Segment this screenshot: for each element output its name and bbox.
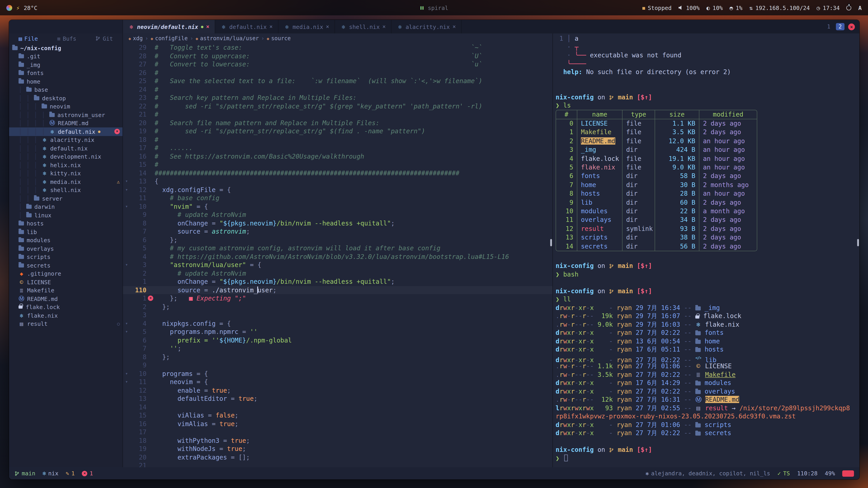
distro-logo-icon[interactable] <box>6 5 12 11</box>
buffer-tab-alacritty.nix[interactable]: ❄alacritty.nix× <box>392 20 462 33</box>
code-line[interactable]: 14######################################… <box>123 169 553 177</box>
tabpage-2[interactable]: 2 <box>836 23 844 30</box>
tree-item-astronvim_user[interactable]: ││││astronvim_user <box>9 111 123 119</box>
tree-item-.gitignore[interactable]: ◆.gitignore <box>9 269 123 278</box>
code-line[interactable]: 20# Search file name pattern and Replace… <box>123 119 553 127</box>
code-line[interactable]: 8 onChange = "${pkgs.neovim}/bin/nvim --… <box>123 219 553 227</box>
tree-item-media.nix[interactable]: │││❄media.nix⚠ <box>9 177 123 186</box>
code-line[interactable]: 18# <box>123 135 553 144</box>
media-pause-icon[interactable]: ❚❚ <box>420 5 424 10</box>
code-line[interactable]: 20 extraPackages = []; <box>123 453 553 461</box>
code-line[interactable]: 17 <box>123 428 553 436</box>
tree-item-development.nix[interactable]: │││❄development.nix <box>9 153 123 161</box>
code-line[interactable]: 23# Search key pattern and Replace in Mu… <box>123 94 553 102</box>
code-buffer[interactable]: 29# Toggle text's case: `~` 28# Convert … <box>123 43 553 467</box>
buffer-tab-shell.nix[interactable]: ❄shell.nix× <box>335 20 392 33</box>
code-line[interactable]: 2 # update AstroNvim <box>123 269 553 278</box>
service-status[interactable]: ■Stopped <box>643 4 672 11</box>
terminal-scrollbar-thumb[interactable] <box>857 239 859 246</box>
tree-item-shell.nix[interactable]: │││❄shell.nix <box>9 186 123 194</box>
code-line[interactable]: 9 # update AstroNvim <box>123 210 553 219</box>
tree-item-kitty.nix[interactable]: │││❄kitty.nix <box>9 169 123 177</box>
code-line[interactable]: 6 prefix = ''${HOME}/.npm-global <box>123 336 553 344</box>
code-line[interactable]: 18 withPython3 = true; <box>123 436 553 445</box>
volume-module[interactable]: 100% <box>678 4 700 11</box>
close-tab-icon[interactable]: × <box>453 24 456 30</box>
code-line[interactable]: 14 <box>123 403 553 411</box>
tree-item-modules[interactable]: modules <box>9 236 123 245</box>
code-line[interactable]: 3 <box>123 311 553 319</box>
code-line[interactable]: 15# <box>123 160 553 169</box>
breadcrumb-xdg[interactable]: ❖xdg <box>128 35 143 41</box>
close-window-icon[interactable]: × <box>848 23 855 30</box>
close-tab-icon[interactable]: × <box>270 24 273 30</box>
buffer-tab-neovim/default.nix[interactable]: ❄neovim/default.nix●× <box>123 20 215 33</box>
close-tab-icon[interactable]: × <box>206 24 209 30</box>
code-line[interactable]: ▾12 xdg.configFile = { <box>123 186 553 194</box>
buffer-tab-default.nix[interactable]: ❄default.nix× <box>215 20 278 33</box>
buffer-tab-media.nix[interactable]: ❄media.nix× <box>278 20 335 33</box>
tree-item-flake.lock[interactable]: flake.lock <box>9 303 123 311</box>
tree-item-home[interactable]: home <box>9 77 123 86</box>
code-line[interactable]: ▾4 nixpkgs.config = { <box>123 319 553 328</box>
keyboard-layout-indicator[interactable]: A <box>858 4 862 11</box>
code-line[interactable]: 22# sed -ri "s/pattern_str/replace_str/g… <box>123 102 553 110</box>
tree-item-alacritty.nix[interactable]: │││❄alacritty.nix <box>9 136 123 144</box>
breadcrumb-astronvim/lua/user[interactable]: ❖astronvim/lua/user <box>195 35 259 41</box>
code-line[interactable]: 25# Save the selected text to a file: `:… <box>123 77 553 85</box>
code-line[interactable]: ▾3 "astronvim/lua/user" = { <box>123 261 553 269</box>
tree-item-scripts[interactable]: scripts <box>9 253 123 261</box>
tree-item-README.md[interactable]: ⓂREADME.md <box>9 295 123 303</box>
breadcrumb-configFile[interactable]: ❖configFile <box>151 35 188 41</box>
terminal-pane[interactable]: 1 │ a · ┬ · ╰── executable was not found… <box>553 33 860 467</box>
code-line[interactable]: 11 # base config <box>123 194 553 202</box>
tree-item-helix.nix[interactable]: │││❄helix.nix <box>9 161 123 169</box>
breadcrumb-source[interactable]: ❖source <box>267 35 291 41</box>
code-line[interactable]: 9 <box>123 361 553 369</box>
code-line[interactable]: 1 onChange = "${pkgs.neovim}/bin/nvim --… <box>123 278 553 286</box>
code-line[interactable]: 19# sed -ri "s/pattern_str/replace_str/g… <box>123 127 553 135</box>
tree-item-flake.nix[interactable]: ❄flake.nix <box>9 311 123 320</box>
code-line[interactable]: ▾13{ <box>123 177 553 186</box>
code-line[interactable]: 4 # https://github.com/AstroNvim/AstroNv… <box>123 252 553 261</box>
code-line[interactable]: 19 withNodeJs = true; <box>123 445 553 453</box>
tree-item-desktop[interactable]: ││desktop <box>9 94 123 102</box>
network-module[interactable]: ⇅192.168.5.100/24 <box>749 4 810 11</box>
code-line[interactable]: 28# Convert to uppercase: `U` <box>123 52 553 60</box>
tree-item-base[interactable]: │base <box>9 86 123 94</box>
power-profile-icon[interactable]: ⚡ <box>16 4 20 11</box>
tree-item-hosts[interactable]: hosts <box>9 219 123 228</box>
cpu-module[interactable]: ◓1% <box>730 4 743 11</box>
code-line[interactable]: 21 <box>123 461 553 467</box>
tree-item-_img[interactable]: _img <box>9 61 123 69</box>
code-line[interactable]: 24# <box>123 85 553 94</box>
code-line[interactable]: 2 }; <box>123 302 553 311</box>
code-line[interactable]: 27# Convert to lowercase: `u` <box>123 60 553 68</box>
tree-item-linux[interactable]: │linux <box>9 211 123 219</box>
tree-item-Makefile[interactable]: ≣Makefile <box>9 286 123 295</box>
code-line[interactable]: 16 vimAlias = true; <box>123 420 553 428</box>
code-line[interactable]: 26# <box>123 68 553 77</box>
disk-module[interactable]: ◐10% <box>706 4 723 11</box>
neotree-tab-bufs[interactable]: ≡Bufs <box>57 35 76 42</box>
code-line[interactable]: 7 ''; <box>123 344 553 353</box>
code-line[interactable]: 29# Toggle text's case: `~` <box>123 43 553 52</box>
code-line[interactable]: 16# See https://astronvim.com/Basic%20Us… <box>123 152 553 160</box>
code-line[interactable]: ▾10 programs = { <box>123 369 553 378</box>
code-line[interactable]: 1× }; ■ Expecting ";" <box>123 294 553 302</box>
tree-item-.git[interactable]: .git <box>9 52 123 61</box>
editor-pane[interactable]: ❖xdg›❖configFile›❖astronvim/lua/user›❖so… <box>123 33 553 467</box>
power-icon[interactable] <box>846 5 851 10</box>
tree-item-default.nix[interactable]: │││❄default.nix <box>9 144 123 153</box>
editor-scrollbar-thumb[interactable] <box>550 239 552 246</box>
code-line[interactable]: ▾10 "nvim" = { <box>123 202 553 210</box>
close-tab-icon[interactable]: × <box>382 24 385 30</box>
tree-item-result[interactable]: ▤result○ <box>9 320 123 328</box>
code-line[interactable]: ▾5 programs.npm.npmrc = '' <box>123 328 553 336</box>
code-line[interactable]: 17# ...... <box>123 144 553 152</box>
close-tab-icon[interactable]: × <box>326 24 329 30</box>
code-line[interactable]: 21# <box>123 110 553 119</box>
tree-item-secrets[interactable]: secrets <box>9 261 123 269</box>
code-line[interactable]: 13 defaultEditor = true; <box>123 394 553 403</box>
code-line[interactable]: ▾11 neovim = { <box>123 378 553 386</box>
